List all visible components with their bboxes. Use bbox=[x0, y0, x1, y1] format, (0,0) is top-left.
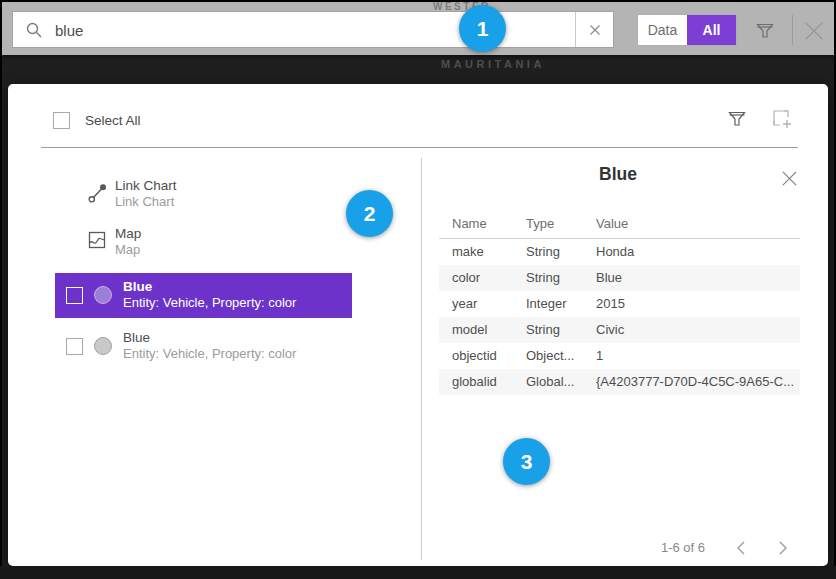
link-chart-icon bbox=[87, 182, 109, 204]
panel-divider bbox=[421, 158, 422, 560]
attribute-table: Name Type Value make String Honda color … bbox=[439, 210, 800, 395]
table-row: objectid Object... 1 bbox=[439, 343, 800, 369]
table-row: model String Civic bbox=[439, 317, 800, 343]
table-header: Name Type Value bbox=[439, 210, 800, 239]
chevron-left-icon bbox=[736, 540, 746, 556]
cell-type: Global... bbox=[526, 369, 596, 395]
cell-type: String bbox=[526, 317, 596, 343]
entity-circle-icon bbox=[94, 337, 112, 355]
list-item-subtitle: Entity: Vehicle, Property: color bbox=[123, 295, 296, 311]
prev-page-button[interactable] bbox=[732, 539, 750, 557]
bottom-map-strip: Sao Paulo bbox=[0, 566, 836, 579]
list-item-subtitle: Entity: Vehicle, Property: color bbox=[123, 346, 296, 362]
data-all-toggle: Data All bbox=[637, 14, 737, 46]
pagination-label: 1-6 of 6 bbox=[648, 540, 718, 555]
list-item-title: Blue bbox=[123, 330, 296, 346]
close-search-button[interactable] bbox=[800, 17, 828, 45]
clear-search-button[interactable] bbox=[575, 12, 613, 47]
item-checkbox[interactable] bbox=[66, 338, 83, 355]
callout-badge-3: 3 bbox=[503, 438, 550, 485]
search-filter-button[interactable] bbox=[752, 18, 778, 44]
cell-value: Honda bbox=[596, 239, 800, 265]
toolbar-divider bbox=[792, 15, 793, 45]
detail-title: Blue bbox=[438, 164, 798, 185]
list-item-map[interactable]: Map Map bbox=[87, 226, 141, 258]
cell-value: 1 bbox=[596, 343, 800, 369]
search-icon bbox=[26, 22, 42, 38]
cell-value: Civic bbox=[596, 317, 800, 343]
item-checkbox[interactable] bbox=[66, 287, 83, 304]
callout-badge-2: 2 bbox=[346, 190, 393, 237]
list-item-subtitle: Map bbox=[115, 242, 141, 258]
chevron-right-icon bbox=[778, 540, 788, 556]
table-row: color String Blue bbox=[439, 265, 800, 291]
add-selection-button[interactable] bbox=[769, 106, 795, 132]
map-icon bbox=[87, 230, 107, 250]
callout-badge-1: 1 bbox=[459, 5, 506, 52]
list-item-blue-selected[interactable]: Blue Entity: Vehicle, Property: color bbox=[55, 273, 352, 318]
toggle-option-data[interactable]: Data bbox=[638, 15, 687, 45]
cell-name: year bbox=[439, 291, 526, 317]
cell-name: color bbox=[439, 265, 526, 291]
list-item-link-chart[interactable]: Link Chart Link Chart bbox=[87, 178, 177, 210]
map-label-mauritania: MAURITANIA bbox=[441, 58, 545, 70]
cell-type: String bbox=[526, 265, 596, 291]
cell-name: globalid bbox=[439, 369, 526, 395]
list-item-title: Link Chart bbox=[115, 178, 177, 194]
select-all-label: Select All bbox=[85, 113, 141, 128]
cell-value: Blue bbox=[596, 265, 800, 291]
search-box bbox=[12, 11, 614, 48]
next-page-button[interactable] bbox=[774, 539, 792, 557]
list-item-title: Map bbox=[115, 226, 141, 242]
app-screen: WESTER MAURITANIA Data All bbox=[0, 0, 836, 579]
close-icon bbox=[780, 169, 799, 188]
cell-name: objectid bbox=[439, 343, 526, 369]
cell-type: Object... bbox=[526, 343, 596, 369]
list-item-subtitle: Link Chart bbox=[115, 194, 177, 210]
table-row: make String Honda bbox=[439, 239, 800, 265]
close-icon bbox=[802, 19, 826, 43]
column-header-type: Type bbox=[526, 210, 596, 238]
cell-value: 2015 bbox=[596, 291, 800, 317]
filter-icon bbox=[726, 108, 748, 130]
list-item-blue[interactable]: Blue Entity: Vehicle, Property: color bbox=[55, 324, 352, 368]
cell-type: String bbox=[526, 239, 596, 265]
results-filter-button[interactable] bbox=[725, 106, 749, 132]
header-divider bbox=[41, 147, 798, 148]
table-row: year Integer 2015 bbox=[439, 291, 800, 317]
cell-name: model bbox=[439, 317, 526, 343]
select-all-checkbox[interactable] bbox=[53, 112, 70, 129]
table-row: globalid Global... {A4203777-D70D-4C5C-9… bbox=[439, 369, 800, 395]
list-item-title: Blue bbox=[123, 279, 296, 295]
add-selection-icon bbox=[770, 107, 794, 131]
detail-close-button[interactable] bbox=[777, 166, 801, 190]
cell-name: make bbox=[439, 239, 526, 265]
entity-circle-icon bbox=[94, 286, 112, 304]
column-header-value: Value bbox=[596, 210, 800, 238]
column-header-name: Name bbox=[439, 210, 526, 238]
toggle-option-all[interactable]: All bbox=[687, 15, 736, 45]
search-results-dialog: Select All Link Chart Link Chart bbox=[8, 84, 828, 566]
top-search-bar: Data All bbox=[2, 2, 834, 55]
clear-icon bbox=[589, 24, 601, 36]
cell-type: Integer bbox=[526, 291, 596, 317]
cell-value: {A4203777-D70D-4C5C-9A65-C... bbox=[596, 369, 800, 395]
filter-icon bbox=[754, 20, 776, 42]
